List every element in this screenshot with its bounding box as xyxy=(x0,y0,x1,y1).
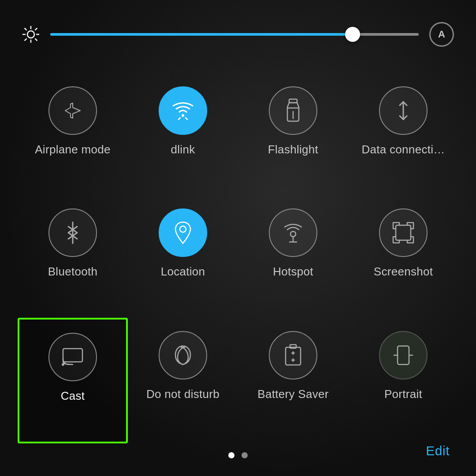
svg-line-6 xyxy=(35,39,37,41)
tile-flashlight[interactable]: Flashlight xyxy=(238,73,348,195)
quick-settings-panel: A Airplane mode xyxy=(0,0,476,476)
tile-hotspot[interactable]: Hotspot xyxy=(238,195,348,317)
hotspot-label: Hotspot xyxy=(273,265,313,279)
svg-line-8 xyxy=(25,39,26,41)
svg-line-7 xyxy=(35,28,37,30)
cast-circle xyxy=(48,333,97,381)
svg-point-9 xyxy=(182,114,184,117)
hotspot-circle xyxy=(269,208,317,257)
edit-button[interactable]: Edit xyxy=(426,443,450,458)
dot-page-1 xyxy=(228,452,234,458)
tile-battery-saver[interactable]: Battery Saver xyxy=(238,318,348,443)
tile-location[interactable]: Location xyxy=(128,195,238,317)
data-connection-icon xyxy=(392,100,414,122)
wifi-circle xyxy=(159,86,207,135)
bluetooth-circle xyxy=(48,208,97,257)
airplane-mode-circle xyxy=(48,86,97,135)
tile-do-not-disturb[interactable]: Do not disturb xyxy=(128,318,238,443)
brightness-thumb[interactable] xyxy=(345,27,360,42)
cast-icon xyxy=(60,346,85,368)
tiles-grid: Airplane mode dlink xyxy=(18,73,458,443)
hotspot-icon xyxy=(281,221,305,245)
portrait-label: Portrait xyxy=(384,387,422,401)
flashlight-circle xyxy=(269,86,317,135)
bluetooth-icon xyxy=(64,220,82,245)
portrait-circle xyxy=(379,331,428,379)
svg-rect-19 xyxy=(396,225,411,240)
bottom-bar: Edit xyxy=(18,443,458,463)
battery-saver-label: Battery Saver xyxy=(257,387,328,401)
brightness-slider[interactable] xyxy=(50,33,419,36)
brightness-track xyxy=(50,33,419,36)
battery-saver-icon xyxy=(283,343,303,368)
dnd-label: Do not disturb xyxy=(146,387,219,401)
dnd-icon xyxy=(172,343,194,367)
wifi-label: dlink xyxy=(171,143,195,156)
flashlight-label: Flashlight xyxy=(268,143,318,156)
svg-rect-20 xyxy=(63,349,82,362)
screenshot-icon xyxy=(391,221,415,245)
airplane-mode-label: Airplane mode xyxy=(35,143,111,156)
brightness-icon xyxy=(22,26,40,43)
data-connection-label: Data connecti… xyxy=(361,143,445,156)
location-circle xyxy=(159,208,207,257)
tile-cast[interactable]: Cast xyxy=(18,318,128,443)
svg-point-0 xyxy=(27,31,34,38)
data-connection-circle xyxy=(379,86,428,135)
portrait-icon xyxy=(391,343,415,367)
bluetooth-label: Bluetooth xyxy=(48,265,98,279)
tile-screenshot[interactable]: Screenshot xyxy=(348,195,458,317)
tile-portrait[interactable]: Portrait xyxy=(348,318,458,443)
wifi-icon xyxy=(171,98,195,123)
tile-wifi[interactable]: dlink xyxy=(128,73,238,195)
dot-page-2 xyxy=(242,452,248,458)
tile-airplane-mode[interactable]: Airplane mode xyxy=(18,73,128,195)
tile-data-connection[interactable]: Data connecti… xyxy=(348,73,458,195)
tile-bluetooth[interactable]: Bluetooth xyxy=(18,195,128,317)
screenshot-label: Screenshot xyxy=(374,265,433,279)
svg-point-15 xyxy=(180,226,186,232)
location-label: Location xyxy=(161,265,205,279)
battery-saver-circle xyxy=(269,331,317,379)
auto-brightness-button[interactable]: A xyxy=(429,22,454,47)
cast-label: Cast xyxy=(61,389,85,403)
screenshot-circle xyxy=(379,208,428,257)
svg-line-5 xyxy=(25,28,26,30)
svg-point-16 xyxy=(290,231,296,237)
brightness-row: A xyxy=(18,22,458,47)
airplane-icon xyxy=(62,100,84,122)
pagination-dots xyxy=(228,452,248,458)
svg-rect-28 xyxy=(398,346,409,364)
location-icon xyxy=(173,220,193,245)
flashlight-icon xyxy=(283,98,303,123)
dnd-circle xyxy=(159,331,207,379)
brightness-fill xyxy=(50,33,353,36)
svg-point-21 xyxy=(62,363,64,366)
svg-rect-22 xyxy=(286,347,301,365)
svg-rect-23 xyxy=(290,345,296,348)
